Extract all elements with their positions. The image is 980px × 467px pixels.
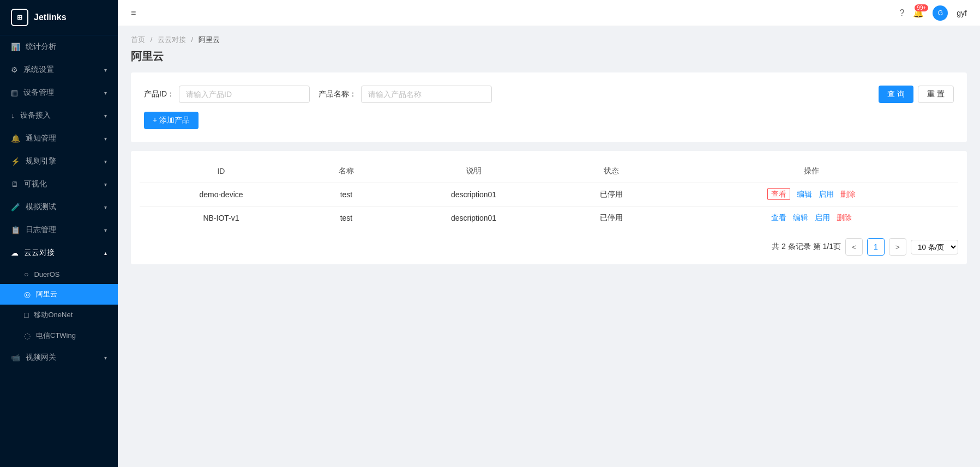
dueros-icon: ○ — [24, 270, 28, 278]
breadcrumb: 首页 / 云云对接 / 阿里云 — [131, 35, 967, 45]
sidebar-item-video[interactable]: 📹 视频网关 ▾ — [0, 346, 118, 369]
action-delete-1[interactable]: 删除 — [837, 213, 852, 222]
onenet-icon: □ — [24, 311, 28, 319]
notify-icon: 🔔 — [11, 134, 20, 143]
pagination-prev[interactable]: < — [845, 238, 863, 256]
rules-icon: ⚡ — [11, 157, 20, 166]
avatar: G — [933, 5, 948, 21]
sidebar-item-label: 统计分析 — [26, 42, 56, 52]
logs-icon: 📋 — [11, 226, 20, 234]
sidebar-sub-item-dueros[interactable]: ○ DuerOS — [0, 264, 118, 284]
sidebar-item-label: 云云对接 — [24, 248, 55, 258]
reset-button[interactable]: 重 置 — [918, 86, 954, 103]
aliyun-icon: ◎ — [24, 290, 31, 299]
table-row: NB-IOT-v1 test description01 已停用 查看 编辑 启… — [140, 207, 958, 230]
avatar-text: G — [938, 9, 943, 17]
video-icon: 📹 — [11, 353, 20, 362]
pagination-current-page: 1 — [867, 238, 885, 256]
cell-name: test — [303, 183, 390, 207]
visual-icon: 🖥 — [11, 180, 19, 189]
action-delete-0[interactable]: 删除 — [840, 190, 856, 198]
sidebar-item-cloud[interactable]: ☁ 云云对接 ▴ — [0, 241, 118, 264]
product-name-input[interactable] — [361, 86, 492, 103]
cell-desc: description01 — [390, 207, 557, 230]
cell-id: NB-IOT-v1 — [140, 207, 303, 230]
pagination-info: 共 2 条记录 第 1/1页 — [772, 242, 841, 252]
ctw-icon: ◌ — [24, 331, 31, 340]
sidebar-item-rules[interactable]: ⚡ 规则引擎 ▾ — [0, 150, 118, 173]
sidebar-item-label: 通知管理 — [26, 134, 56, 143]
product-id-field: 产品ID： — [144, 86, 310, 103]
sidebar-item-system[interactable]: ⚙ 系统设置 ▾ — [0, 58, 118, 81]
sidebar-item-label: 日志管理 — [26, 225, 56, 235]
chevron-down-icon: ▾ — [104, 227, 107, 233]
notification-bell[interactable]: 🔔 99+ — [913, 8, 924, 18]
chevron-down-icon: ▾ — [104, 113, 107, 119]
chevron-up-icon: ▴ — [104, 250, 107, 256]
main-area: ≡ ? 🔔 99+ G gyf 首页 / 云云对接 / 阿里云 阿里云 — [118, 0, 980, 467]
system-icon: ⚙ — [11, 65, 18, 74]
action-enable-0[interactable]: 启用 — [819, 190, 834, 198]
breadcrumb-home[interactable]: 首页 — [131, 35, 145, 44]
sidebar-item-logs[interactable]: 📋 日志管理 ▾ — [0, 219, 118, 241]
search-card: 产品ID： 产品名称： 查 询 重 置 + 添加产品 — [131, 72, 967, 142]
pagination-next[interactable]: > — [889, 238, 906, 256]
sidebar-sub-item-mobile-onenet[interactable]: □ 移动OneNet — [0, 305, 118, 325]
page-title: 阿里云 — [131, 49, 967, 64]
sidebar-sub-item-label: 移动OneNet — [34, 310, 73, 320]
product-id-input[interactable] — [179, 86, 310, 103]
query-button[interactable]: 查 询 — [879, 86, 913, 103]
action-enable-1[interactable]: 启用 — [815, 213, 830, 222]
help-icon[interactable]: ? — [899, 8, 904, 18]
breadcrumb-cloud[interactable]: 云云对接 — [158, 35, 186, 44]
chevron-down-icon: ▾ — [104, 90, 107, 96]
action-view-1[interactable]: 查看 — [771, 213, 786, 222]
logo-icon: ⊞ — [11, 9, 28, 26]
sidebar-sub-item-label: DuerOS — [34, 270, 59, 278]
sidebar-item-notify[interactable]: 🔔 通知管理 ▾ — [0, 127, 118, 150]
col-status: 状态 — [557, 160, 665, 183]
breadcrumb-sep2: / — [191, 35, 194, 44]
sidebar-sub-item-label: 阿里云 — [36, 289, 57, 299]
chevron-down-icon: ▾ — [104, 159, 107, 165]
sidebar-sub-item-ctw[interactable]: ◌ 电信CTWing — [0, 325, 118, 346]
add-product-button[interactable]: + 添加产品 — [144, 112, 199, 129]
pagination-page-size[interactable]: 10 条/页 20 条/页 50 条/页 — [911, 240, 958, 254]
product-name-field: 产品名称： — [318, 86, 492, 103]
action-edit-0[interactable]: 编辑 — [797, 190, 812, 198]
table-row: demo-device test description01 已停用 查看 编辑… — [140, 183, 958, 207]
sidebar-item-device-mgmt[interactable]: ▦ 设备管理 ▾ — [0, 81, 118, 104]
sidebar-sub-item-aliyun[interactable]: ◎ 阿里云 — [0, 284, 118, 305]
mock-icon: 🧪 — [11, 203, 20, 211]
device-mgmt-icon: ▦ — [11, 88, 18, 97]
chevron-down-icon: ▾ — [104, 355, 107, 361]
cell-desc: description01 — [390, 183, 557, 207]
pagination: 共 2 条记录 第 1/1页 < 1 > 10 条/页 20 条/页 50 条/… — [140, 238, 958, 256]
device-access-icon: ↓ — [11, 111, 15, 120]
sidebar-item-visual[interactable]: 🖥 可视化 ▾ — [0, 173, 118, 196]
user-name[interactable]: gyf — [957, 9, 967, 17]
sidebar-logo: ⊞ Jetlinks — [0, 0, 118, 35]
action-edit-1[interactable]: 编辑 — [793, 213, 808, 222]
chevron-down-icon: ▾ — [104, 136, 107, 142]
cell-status: 已停用 — [557, 207, 665, 230]
table-card: ID 名称 说明 状态 操作 demo-device test descript… — [131, 151, 967, 264]
logo-text: Jetlinks — [34, 13, 67, 22]
col-name: 名称 — [303, 160, 390, 183]
col-desc: 说明 — [390, 160, 557, 183]
notification-badge: 99+ — [915, 4, 928, 11]
sidebar-item-mock[interactable]: 🧪 模拟测试 ▾ — [0, 196, 118, 219]
chevron-down-icon: ▾ — [104, 67, 107, 73]
sidebar-item-label: 视频网关 — [26, 353, 56, 362]
cell-actions: 查看 编辑 启用 删除 — [665, 183, 958, 207]
sidebar-item-stats[interactable]: 📊 统计分析 — [0, 35, 118, 58]
search-actions: 查 询 重 置 — [879, 86, 954, 103]
sidebar-item-label: 系统设置 — [23, 65, 54, 75]
col-id: ID — [140, 160, 303, 183]
cell-status: 已停用 — [557, 183, 665, 207]
sidebar-item-label: 设备接入 — [20, 111, 51, 120]
action-view-0[interactable]: 查看 — [767, 188, 790, 200]
sidebar-item-device-access[interactable]: ↓ 设备接入 ▾ — [0, 104, 118, 127]
menu-toggle-icon[interactable]: ≡ — [131, 8, 136, 18]
col-actions: 操作 — [665, 160, 958, 183]
